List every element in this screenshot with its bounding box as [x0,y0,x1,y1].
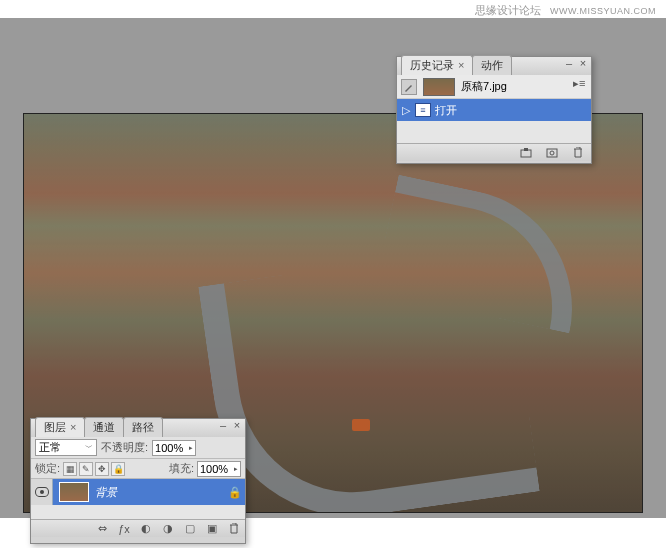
document-name: 原稿7.jpg [461,79,507,94]
svg-rect-0 [521,150,531,157]
opacity-value: 100% [155,442,183,454]
opacity-label: 不透明度: [101,440,148,455]
layer-lock-icon: 🔒 [225,486,245,499]
tab-paths-label: 路径 [132,421,154,433]
adjustment-layer-icon[interactable]: ◑ [161,523,175,535]
history-panel-footer [397,143,591,161]
lock-pixels-icon[interactable]: ✎ [79,462,93,476]
lock-label: 锁定: [35,461,60,476]
svg-rect-2 [547,149,557,157]
panel-menu-icon[interactable]: ▸≡ [573,77,587,87]
layers-panel-titlebar[interactable]: 图层× 通道 路径 – × [31,419,245,437]
layers-panel: 图层× 通道 路径 – × 正常 ﹀ 不透明度: 100% ▸ 锁定: ▦ ✎ [30,418,246,544]
group-icon[interactable]: ▢ [183,523,197,535]
history-body: 原稿7.jpg ▷ ≡ 打开 [397,75,591,143]
new-document-icon[interactable] [545,147,559,159]
tab-history-label: 历史记录 [410,59,454,71]
watermark: 思缘设计论坛 WWW.MISSYUAN.COM [475,3,656,18]
chevron-down-icon: ﹀ [85,442,93,453]
history-document-row[interactable]: 原稿7.jpg [397,75,591,99]
layer-style-icon[interactable]: ƒx [117,523,131,535]
eye-icon [35,487,49,497]
layers-options-row: 正常 ﹀ 不透明度: 100% ▸ [31,437,245,459]
tab-channels[interactable]: 通道 [84,417,124,437]
layer-mask-icon[interactable]: ◐ [139,523,153,535]
layers-lock-row: 锁定: ▦ ✎ ✥ 🔒 填充: 100% ▸ [31,459,245,479]
tab-close-icon[interactable]: × [458,59,464,71]
tab-history[interactable]: 历史记录× [401,55,473,75]
layer-thumbnail[interactable] [59,482,89,502]
brush-icon [401,79,417,95]
tab-layers[interactable]: 图层× [35,417,85,437]
layer-row-background[interactable]: 背景 🔒 [31,479,245,505]
history-item-open[interactable]: ▷ ≡ 打开 [397,99,591,121]
tab-actions[interactable]: 动作 [472,55,512,75]
link-layers-icon[interactable]: ⇔ [95,523,109,535]
svg-rect-1 [524,148,528,151]
history-empty-area [397,121,591,143]
watermark-site: 思缘设计论坛 [475,4,541,16]
close-icon[interactable]: × [231,420,243,430]
layers-panel-footer: ⇔ ƒx ◐ ◑ ▢ ▣ [31,519,245,537]
history-item-label: 打开 [435,103,457,118]
tab-actions-label: 动作 [481,59,503,71]
opacity-flyout-icon[interactable]: ▸ [189,444,193,452]
lock-transparency-icon[interactable]: ▦ [63,462,77,476]
new-layer-icon[interactable]: ▣ [205,523,219,535]
blend-mode-value: 正常 [39,440,61,455]
lock-icon-group: ▦ ✎ ✥ 🔒 [63,462,125,476]
trash-icon[interactable] [227,523,241,535]
opacity-input[interactable]: 100% ▸ [152,440,196,456]
history-panel: 历史记录× 动作 – × ▸≡ 原稿7.jpg ▷ ≡ 打开 [396,56,592,164]
layer-visibility-toggle[interactable] [31,479,53,505]
history-current-marker-icon: ▷ [401,104,411,117]
fill-value: 100% [200,463,228,475]
fill-flyout-icon[interactable]: ▸ [234,465,238,473]
blend-mode-select[interactable]: 正常 ﹀ [35,439,97,456]
new-snapshot-icon[interactable] [519,147,533,159]
svg-point-3 [550,151,554,155]
panel-window-buttons: – × [563,58,589,68]
document-thumbnail [423,78,455,96]
minimize-icon[interactable]: – [217,420,229,430]
layers-empty-area [31,505,245,519]
layers-panel-tabs: 图层× 通道 路径 [31,419,162,437]
image-truck [352,419,370,431]
tab-paths[interactable]: 路径 [123,417,163,437]
minimize-icon[interactable]: – [563,58,575,68]
close-icon[interactable]: × [577,58,589,68]
panel-window-buttons: – × [217,420,243,430]
watermark-url: WWW.MISSYUAN.COM [550,6,656,16]
tab-close-icon[interactable]: × [70,421,76,433]
history-panel-titlebar[interactable]: 历史记录× 动作 – × [397,57,591,75]
history-panel-tabs: 历史记录× 动作 [397,57,511,75]
tab-channels-label: 通道 [93,421,115,433]
trash-icon[interactable] [571,147,585,159]
tab-layers-label: 图层 [44,421,66,433]
layer-name[interactable]: 背景 [95,485,225,500]
open-step-icon: ≡ [415,103,431,117]
lock-position-icon[interactable]: ✥ [95,462,109,476]
fill-label: 填充: [169,461,194,476]
lock-all-icon[interactable]: 🔒 [111,462,125,476]
fill-input[interactable]: 100% ▸ [197,461,241,477]
